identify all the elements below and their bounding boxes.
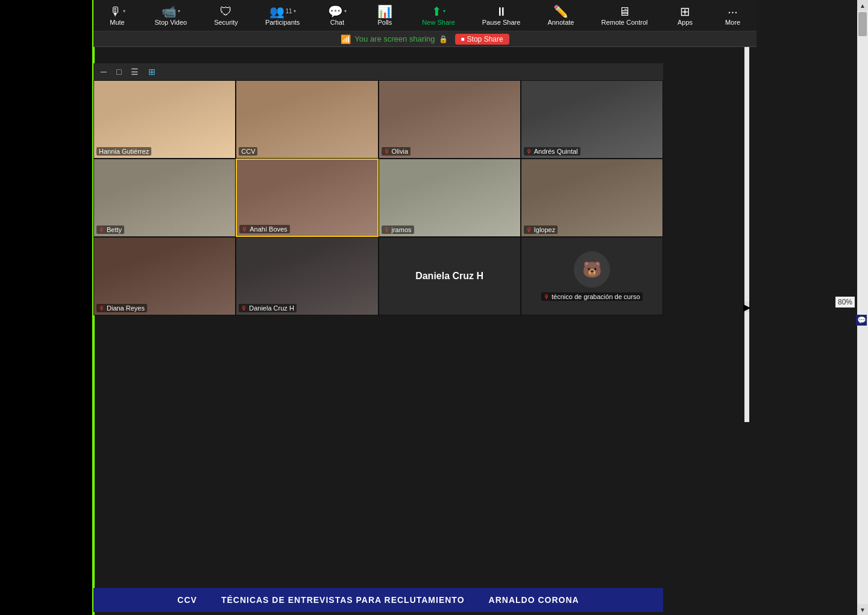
annotate-icon: ✏️: [553, 5, 568, 17]
mute-button[interactable]: 🎙 ▾ Mute: [102, 3, 133, 28]
olivia-mute-icon: 🎙: [384, 148, 390, 155]
scroll-track: [857, 11, 868, 604]
scroll-thumb[interactable]: [858, 12, 867, 36]
new-share-chevron: ▾: [443, 8, 445, 14]
tecnico-name: técnico de grabación de curso: [552, 293, 640, 300]
right-h-scroll-arrow[interactable]: ▶: [744, 301, 749, 312]
participant-cell-daniela-name: Daniela Cruz H: [379, 237, 521, 315]
apps-icon: ⊞: [680, 5, 690, 17]
pause-share-label: Pause Share: [482, 19, 521, 26]
tecnico-mute-icon: 🎙: [544, 294, 550, 300]
resize-icon[interactable]: □: [114, 66, 124, 78]
betty-name: Betty: [107, 226, 122, 233]
anahi-mute-icon: 🎙: [242, 226, 248, 233]
stop-share-button[interactable]: Stop Share: [455, 34, 509, 45]
participants-chevron: ▾: [294, 8, 296, 14]
security-label: Security: [214, 19, 238, 26]
chat-label: Chat: [330, 19, 344, 26]
stack-icon[interactable]: ☰: [128, 66, 141, 78]
zoom-indicator: 80%: [835, 297, 855, 308]
new-share-icon: ⬆: [432, 5, 442, 17]
mute-chevron: ▾: [123, 8, 125, 14]
participant-cell-hannia: Hannia Gutiérrez: [93, 80, 236, 159]
inner-scrollbar: [744, 0, 749, 422]
stop-video-label: Stop Video: [155, 19, 187, 26]
participant-count: 11: [286, 8, 292, 14]
remote-control-button[interactable]: 🖥 Remote Control: [596, 3, 652, 28]
right-scrollbar: ▲ ▼: [857, 0, 868, 615]
annotate-button[interactable]: ✏️ Annotate: [542, 3, 579, 28]
participants-label: Participants: [265, 19, 300, 26]
polls-icon: 📊: [377, 5, 392, 17]
anahi-name: Anahí Boves: [250, 226, 287, 233]
chat-chevron: ▾: [344, 8, 347, 14]
iglopez-name: Iglopez: [534, 226, 555, 233]
ccv-name: CCV: [241, 148, 255, 155]
participants-button[interactable]: 👥 11 ▾ Participants: [260, 3, 304, 28]
strip-col1: CCV: [177, 595, 197, 605]
andres-name: Andrés Quintal: [534, 148, 578, 155]
lock-icon: 🔒: [439, 35, 448, 43]
toolbar: 🎙 ▾ Mute 📹 ▾ Stop Video 🛡 Security 👥 11 …: [93, 0, 756, 31]
participant-cell-diana: 🎙 Diana Reyes: [93, 237, 236, 315]
participant-cell-iglopez: 🎙 Iglopez: [521, 159, 663, 237]
chat-button[interactable]: 💬 ▾ Chat: [322, 3, 352, 28]
minimize-icon[interactable]: ─: [98, 66, 109, 78]
participants-icon: 👥: [269, 5, 285, 17]
stop-video-button[interactable]: 📹 ▾ Stop Video: [150, 3, 192, 28]
wifi-icon: 📶: [341, 34, 351, 44]
security-button[interactable]: 🛡 Security: [209, 3, 243, 28]
participant-cell-olivia: 🎙 Olivia: [379, 80, 521, 159]
chat-icon: 💬: [328, 5, 343, 17]
video-grid: Hannia Gutiérrez CCV 🎙 Olivia 🎙 Andrés Q…: [93, 80, 663, 315]
pause-share-icon: ⏸: [495, 5, 508, 17]
hannia-name: Hannia Gutiérrez: [99, 148, 149, 155]
apps-button[interactable]: ⊞ Apps: [670, 3, 700, 28]
olivia-name: Olivia: [392, 148, 409, 155]
video-icon: 📹: [162, 5, 177, 17]
polls-button[interactable]: 📊 Polls: [370, 3, 400, 28]
tecnico-avatar: 🐻: [574, 251, 610, 288]
jramos-name: jramos: [392, 226, 412, 233]
jramos-mute-icon: 🎙: [384, 227, 390, 233]
mute-label: Mute: [110, 19, 124, 26]
more-label: More: [725, 19, 740, 26]
participant-cell-ccv: CCV: [236, 80, 378, 159]
remote-control-label: Remote Control: [601, 19, 647, 26]
more-icon: ···: [728, 5, 738, 17]
participant-cell-anahi: 🎙 Anahí Boves: [236, 159, 378, 237]
screen-sharing-banner: 📶 You are screen sharing 🔒 Stop Share: [93, 31, 756, 47]
video-chevron: ▾: [178, 8, 180, 14]
grid-controls-bar: ─ □ ☰ ⊞: [93, 63, 663, 80]
apps-label: Apps: [678, 19, 693, 26]
participant-cell-andres: 🎙 Andrés Quintal: [521, 80, 663, 159]
new-share-label: New Share: [422, 19, 454, 26]
daniela-vid-name: Daniela Cruz H: [249, 304, 294, 312]
grid-icon[interactable]: ⊞: [146, 66, 158, 78]
pause-share-button[interactable]: ⏸ Pause Share: [477, 3, 526, 28]
diana-name: Diana Reyes: [107, 304, 145, 312]
participant-cell-daniela-vid: 🎙 Daniela Cruz H: [236, 237, 378, 315]
participant-cell-tecnico: 🐻 🎙 técnico de grabación de curso: [521, 237, 663, 315]
polls-label: Polls: [377, 19, 392, 26]
more-button[interactable]: ··· More: [717, 3, 747, 28]
security-icon: 🛡: [220, 5, 232, 17]
scroll-down-arrow[interactable]: ▼: [857, 604, 868, 615]
left-sidebar: [0, 0, 93, 615]
banner-message: 📶 You are screen sharing 🔒: [341, 34, 447, 44]
bottom-strip: CCV TÉCNICAS DE ENTREVISTAS PARA RECLUTA…: [93, 588, 663, 612]
mute-icon: 🎙: [110, 5, 122, 17]
daniela-vid-mute-icon: 🎙: [241, 305, 247, 312]
betty-mute-icon: 🎙: [99, 227, 105, 233]
annotate-label: Annotate: [547, 19, 574, 26]
new-share-button[interactable]: ⬆ ▾ New Share: [417, 3, 459, 28]
iglopez-mute-icon: 🎙: [526, 227, 532, 233]
chat-bubble-icon: 💬: [857, 316, 866, 324]
diana-mute-icon: 🎙: [99, 305, 105, 312]
participant-cell-betty: 🎙 Betty: [93, 159, 236, 237]
scroll-up-arrow[interactable]: ▲: [857, 0, 868, 11]
daniela-display-name: Daniela Cruz H: [415, 271, 483, 282]
remote-control-icon: 🖥: [618, 5, 631, 17]
chat-panel-icon[interactable]: 💬: [856, 315, 867, 326]
strip-col3: ARNALDO CORONA: [489, 595, 579, 605]
